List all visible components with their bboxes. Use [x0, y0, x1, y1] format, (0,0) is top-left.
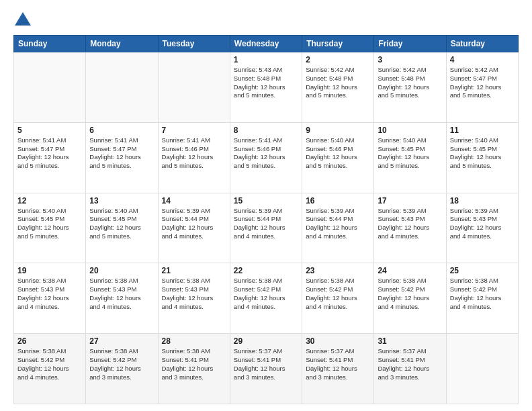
- calendar-cell: 6Sunrise: 5:41 AMSunset: 5:47 PMDaylight…: [86, 122, 158, 193]
- calendar-cell: 12Sunrise: 5:40 AMSunset: 5:45 PMDayligh…: [14, 193, 86, 263]
- cell-content: Sunrise: 5:41 AMSunset: 5:46 PMDaylight:…: [234, 136, 298, 171]
- cell-content: Sunrise: 5:37 AMSunset: 5:41 PMDaylight:…: [378, 347, 442, 381]
- calendar-week-1: 1Sunrise: 5:43 AMSunset: 5:48 PMDaylight…: [14, 52, 519, 123]
- calendar-cell: 26Sunrise: 5:38 AMSunset: 5:42 PMDayligh…: [14, 334, 86, 404]
- calendar-header-row: SundayMondayTuesdayWednesdayThursdayFrid…: [14, 36, 519, 52]
- day-number: 3: [378, 55, 442, 64]
- calendar-cell: 4Sunrise: 5:42 AMSunset: 5:47 PMDaylight…: [446, 52, 518, 123]
- calendar-week-5: 26Sunrise: 5:38 AMSunset: 5:42 PMDayligh…: [14, 334, 519, 404]
- calendar-week-2: 5Sunrise: 5:41 AMSunset: 5:47 PMDaylight…: [14, 122, 519, 193]
- day-header-monday: Monday: [86, 36, 158, 52]
- day-header-sunday: Sunday: [14, 36, 86, 52]
- day-number: 15: [234, 196, 298, 205]
- cell-content: Sunrise: 5:39 AMSunset: 5:44 PMDaylight:…: [306, 207, 370, 241]
- day-header-tuesday: Tuesday: [158, 36, 230, 52]
- calendar-cell: 30Sunrise: 5:37 AMSunset: 5:41 PMDayligh…: [302, 334, 374, 404]
- day-number: 13: [89, 196, 154, 205]
- cell-content: Sunrise: 5:41 AMSunset: 5:47 PMDaylight:…: [17, 136, 82, 171]
- calendar-cell: 7Sunrise: 5:41 AMSunset: 5:46 PMDaylight…: [158, 122, 230, 193]
- calendar-cell: 24Sunrise: 5:38 AMSunset: 5:42 PMDayligh…: [374, 263, 446, 334]
- cell-content: Sunrise: 5:42 AMSunset: 5:48 PMDaylight:…: [306, 66, 370, 100]
- cell-content: Sunrise: 5:41 AMSunset: 5:47 PMDaylight:…: [89, 136, 154, 171]
- calendar-cell: [446, 334, 518, 404]
- calendar-cell: 23Sunrise: 5:38 AMSunset: 5:42 PMDayligh…: [302, 263, 374, 334]
- day-number: 5: [17, 126, 82, 135]
- day-header-wednesday: Wednesday: [230, 36, 302, 52]
- calendar-cell: 20Sunrise: 5:38 AMSunset: 5:43 PMDayligh…: [86, 263, 158, 334]
- page: SundayMondayTuesdayWednesdayThursdayFrid…: [0, 0, 532, 411]
- cell-content: Sunrise: 5:40 AMSunset: 5:45 PMDaylight:…: [89, 207, 154, 241]
- calendar-cell: 25Sunrise: 5:38 AMSunset: 5:42 PMDayligh…: [446, 263, 518, 334]
- day-number: 6: [89, 126, 154, 135]
- calendar-cell: 13Sunrise: 5:40 AMSunset: 5:45 PMDayligh…: [86, 193, 158, 263]
- calendar-table: SundayMondayTuesdayWednesdayThursdayFrid…: [13, 35, 519, 404]
- cell-content: Sunrise: 5:40 AMSunset: 5:45 PMDaylight:…: [17, 207, 82, 241]
- cell-content: Sunrise: 5:43 AMSunset: 5:48 PMDaylight:…: [234, 66, 298, 100]
- cell-content: Sunrise: 5:38 AMSunset: 5:42 PMDaylight:…: [89, 347, 154, 381]
- cell-content: Sunrise: 5:38 AMSunset: 5:43 PMDaylight:…: [89, 277, 154, 311]
- cell-content: Sunrise: 5:38 AMSunset: 5:43 PMDaylight:…: [162, 277, 226, 311]
- cell-content: Sunrise: 5:39 AMSunset: 5:43 PMDaylight:…: [378, 207, 442, 241]
- cell-content: Sunrise: 5:40 AMSunset: 5:46 PMDaylight:…: [306, 136, 370, 171]
- calendar-cell: [158, 52, 230, 123]
- calendar-cell: 22Sunrise: 5:38 AMSunset: 5:42 PMDayligh…: [230, 263, 302, 334]
- logo: [13, 11, 35, 30]
- calendar-cell: [14, 52, 86, 123]
- cell-content: Sunrise: 5:38 AMSunset: 5:41 PMDaylight:…: [162, 347, 226, 381]
- day-header-saturday: Saturday: [446, 36, 518, 52]
- day-number: 17: [378, 196, 442, 205]
- day-number: 19: [17, 266, 82, 275]
- cell-content: Sunrise: 5:39 AMSunset: 5:44 PMDaylight:…: [162, 207, 226, 241]
- day-number: 22: [234, 266, 298, 275]
- cell-content: Sunrise: 5:40 AMSunset: 5:45 PMDaylight:…: [450, 136, 515, 171]
- cell-content: Sunrise: 5:38 AMSunset: 5:42 PMDaylight:…: [378, 277, 442, 311]
- day-header-thursday: Thursday: [302, 36, 374, 52]
- day-number: 20: [89, 266, 154, 275]
- logo-icon: [13, 11, 32, 30]
- day-number: 18: [450, 196, 515, 205]
- calendar-cell: 1Sunrise: 5:43 AMSunset: 5:48 PMDaylight…: [230, 52, 302, 123]
- calendar-cell: 14Sunrise: 5:39 AMSunset: 5:44 PMDayligh…: [158, 193, 230, 263]
- cell-content: Sunrise: 5:37 AMSunset: 5:41 PMDaylight:…: [234, 347, 298, 381]
- day-number: 16: [306, 196, 370, 205]
- cell-content: Sunrise: 5:38 AMSunset: 5:42 PMDaylight:…: [17, 347, 82, 381]
- day-number: 1: [234, 55, 298, 64]
- day-number: 2: [306, 55, 370, 64]
- day-number: 30: [306, 336, 370, 346]
- calendar-cell: 3Sunrise: 5:42 AMSunset: 5:48 PMDaylight…: [374, 52, 446, 123]
- calendar-cell: 15Sunrise: 5:39 AMSunset: 5:44 PMDayligh…: [230, 193, 302, 263]
- calendar-week-4: 19Sunrise: 5:38 AMSunset: 5:43 PMDayligh…: [14, 263, 519, 334]
- calendar-cell: 11Sunrise: 5:40 AMSunset: 5:45 PMDayligh…: [446, 122, 518, 193]
- day-number: 25: [450, 266, 515, 275]
- calendar-cell: [86, 52, 158, 123]
- calendar-cell: 29Sunrise: 5:37 AMSunset: 5:41 PMDayligh…: [230, 334, 302, 404]
- day-number: 8: [234, 126, 298, 135]
- calendar-cell: 10Sunrise: 5:40 AMSunset: 5:45 PMDayligh…: [374, 122, 446, 193]
- cell-content: Sunrise: 5:39 AMSunset: 5:44 PMDaylight:…: [234, 207, 298, 241]
- day-number: 26: [17, 336, 82, 346]
- cell-content: Sunrise: 5:39 AMSunset: 5:43 PMDaylight:…: [450, 207, 515, 241]
- header: [13, 11, 519, 30]
- day-number: 31: [378, 336, 442, 346]
- cell-content: Sunrise: 5:38 AMSunset: 5:42 PMDaylight:…: [306, 277, 370, 311]
- calendar-cell: 8Sunrise: 5:41 AMSunset: 5:46 PMDaylight…: [230, 122, 302, 193]
- cell-content: Sunrise: 5:38 AMSunset: 5:43 PMDaylight:…: [17, 277, 82, 311]
- day-number: 24: [378, 266, 442, 275]
- day-number: 21: [162, 266, 226, 275]
- day-number: 10: [378, 126, 442, 135]
- day-number: 9: [306, 126, 370, 135]
- day-number: 29: [234, 336, 298, 346]
- calendar-cell: 5Sunrise: 5:41 AMSunset: 5:47 PMDaylight…: [14, 122, 86, 193]
- day-number: 28: [162, 336, 226, 346]
- day-number: 14: [162, 196, 226, 205]
- cell-content: Sunrise: 5:41 AMSunset: 5:46 PMDaylight:…: [162, 136, 226, 171]
- day-number: 7: [162, 126, 226, 135]
- day-number: 27: [89, 336, 154, 346]
- calendar-cell: 17Sunrise: 5:39 AMSunset: 5:43 PMDayligh…: [374, 193, 446, 263]
- calendar-cell: 21Sunrise: 5:38 AMSunset: 5:43 PMDayligh…: [158, 263, 230, 334]
- calendar-cell: 31Sunrise: 5:37 AMSunset: 5:41 PMDayligh…: [374, 334, 446, 404]
- day-number: 4: [450, 55, 515, 64]
- calendar-cell: 27Sunrise: 5:38 AMSunset: 5:42 PMDayligh…: [86, 334, 158, 404]
- calendar-cell: 28Sunrise: 5:38 AMSunset: 5:41 PMDayligh…: [158, 334, 230, 404]
- cell-content: Sunrise: 5:38 AMSunset: 5:42 PMDaylight:…: [450, 277, 515, 311]
